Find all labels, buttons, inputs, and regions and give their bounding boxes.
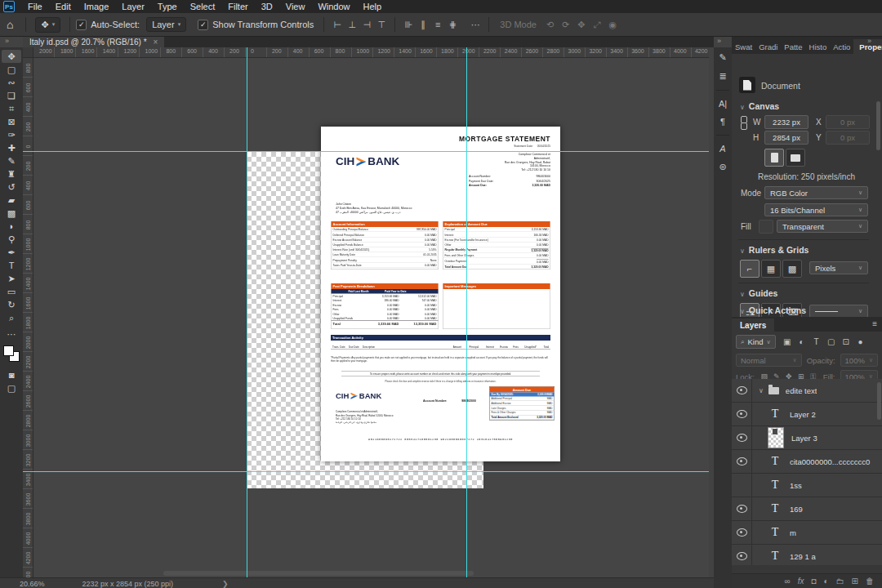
menu-filter[interactable]: Filter [221, 0, 254, 13]
align-top-edges-icon[interactable]: ⊤ [374, 20, 389, 30]
menu-file[interactable]: File [21, 0, 49, 13]
lasso-tool[interactable]: ∾ [2, 76, 21, 89]
path-selection-tool[interactable]: ➤ [2, 272, 21, 285]
width-field[interactable]: 2232 px [764, 115, 808, 129]
eraser-tool[interactable]: ▰ [2, 194, 21, 207]
screen-mode[interactable]: ▢ [2, 381, 21, 394]
menu-window[interactable]: Window [311, 0, 356, 13]
visibility-cell[interactable] [732, 545, 752, 565]
menu-edit[interactable]: Edit [49, 0, 78, 13]
eye-icon[interactable] [737, 434, 747, 442]
ruler-units-dropdown[interactable]: Pixels∨ [809, 261, 868, 274]
layer-mask-icon[interactable]: ◘ [812, 577, 817, 586]
distribute-spacing-icon[interactable]: ⋕ [445, 20, 460, 30]
visibility-cell[interactable] [732, 379, 752, 402]
eye-icon[interactable] [737, 457, 747, 466]
healing-brush-tool[interactable]: ✚ [2, 141, 21, 154]
move-tool[interactable]: ✥ [2, 50, 21, 63]
vertical-guide[interactable] [466, 47, 467, 577]
collapse-panels-icon[interactable]: » [867, 37, 871, 45]
quick-actions-section-header[interactable]: ∨Quick Actions [740, 305, 806, 315]
visibility-cell[interactable] [732, 521, 752, 544]
close-tab-icon[interactable]: × [154, 38, 158, 47]
document-page[interactable]: MORTGAGE STATEMENT Statement Date: 05/04… [321, 127, 560, 461]
chevron-down-icon[interactable]: ∨ [759, 387, 764, 394]
horizontal-guide[interactable] [23, 471, 709, 472]
tool-presets-icon[interactable]: ≣ [715, 71, 731, 82]
layer-row[interactable]: Tm [732, 521, 882, 545]
blur-tool[interactable]: ◗ [2, 220, 21, 233]
toggle-rulers-button[interactable]: ⌐ [740, 260, 760, 278]
tab-gradi[interactable]: Gradi [755, 39, 781, 54]
filter-shape-layers-icon[interactable]: ▢ [826, 337, 837, 346]
distribute-left-edges-icon[interactable]: ⊪ [401, 20, 416, 30]
zoom-level[interactable]: 20.66% [20, 580, 45, 588]
auto-select-target-dropdown[interactable]: Layer ▾ [146, 17, 186, 32]
tab-actio[interactable]: Actio [830, 39, 853, 54]
menu-view[interactable]: View [279, 0, 312, 13]
ruler-origin-corner[interactable] [23, 47, 33, 58]
align-left-edges-icon[interactable]: ⊢ [330, 20, 345, 30]
adjustment-layer-icon[interactable]: ◐ [824, 577, 829, 586]
dodge-tool[interactable]: ⚲ [2, 233, 21, 246]
3d-slide-icon[interactable]: ⤢ [594, 20, 601, 30]
visibility-cell[interactable] [732, 403, 752, 425]
orientation-portrait-button[interactable] [764, 149, 784, 167]
tab-layers[interactable]: Layers [732, 318, 774, 332]
brush-tool[interactable]: ✎ [2, 154, 21, 167]
eye-icon[interactable] [737, 528, 747, 537]
menu-select[interactable]: Select [184, 0, 222, 13]
menu-type[interactable]: Type [151, 0, 184, 13]
menu-image[interactable]: Image [78, 0, 116, 13]
layer-style-icon[interactable]: fx [798, 577, 804, 586]
3d-pan-icon[interactable]: ✥ [577, 20, 585, 30]
vertical-ruler[interactable]: 8006004002000200400600800100012001400160… [23, 57, 33, 577]
layer-row[interactable]: T129 1 a [732, 545, 882, 565]
layer-row[interactable]: Layer 3 [732, 426, 882, 450]
canvas-horizontal-scrollbar[interactable] [163, 571, 474, 576]
properties-scrollbar[interactable] [876, 101, 880, 150]
canvas-section-header[interactable]: ∨Canvas [740, 101, 779, 111]
layer-row[interactable]: ∨edite text [732, 379, 882, 403]
collapse-panel-strip-icon[interactable]: » [717, 37, 720, 45]
eye-icon[interactable] [737, 552, 747, 560]
foreground-color-swatch[interactable] [3, 345, 14, 356]
quick-mask-mode[interactable]: ◙ [2, 368, 21, 381]
new-group-icon[interactable]: 🗀 [836, 577, 844, 586]
gradient-tool[interactable]: ▩ [2, 207, 21, 220]
3d-orbit-icon[interactable]: ⟲ [546, 20, 554, 30]
fill-dropdown[interactable]: Transparent∨ [777, 220, 868, 233]
eye-icon[interactable] [737, 505, 747, 513]
move-tool-preset[interactable]: ✥ ▾ [35, 17, 60, 33]
align-horizontal-centers-icon[interactable]: ⊥ [345, 20, 359, 30]
show-transform-checkbox[interactable]: ✓ [198, 20, 208, 30]
character-panel-icon[interactable]: A| [715, 99, 731, 109]
layers-panel-menu-icon[interactable]: ≡ [867, 316, 882, 332]
layer-filter-kind-dropdown[interactable]: ⌕ Kind ∨ [736, 335, 776, 349]
guides-section-header[interactable]: ∨Guides [740, 288, 777, 298]
distribute-horizontal-centers-icon[interactable]: ∥ [416, 20, 430, 30]
filter-pixel-layers-icon[interactable]: ▣ [782, 337, 793, 346]
object-selection-tool[interactable]: ❏ [2, 89, 21, 102]
layer-row[interactable]: T169 [732, 497, 882, 521]
rotate-view-tool[interactable]: ↻ [2, 298, 21, 311]
filter-adjustment-layers-icon[interactable]: ◐ [796, 337, 808, 346]
layer-row[interactable]: TLayer 2 [732, 403, 882, 426]
height-field[interactable]: 2854 px [764, 131, 808, 145]
frame-tool[interactable]: ⊠ [2, 115, 21, 128]
filter-toggle-icon[interactable]: ● [855, 337, 866, 346]
bit-depth-dropdown[interactable]: 16 Bits/Channel∨ [764, 203, 868, 216]
align-right-edges-icon[interactable]: ⊣ [359, 20, 374, 30]
visibility-cell[interactable] [732, 497, 752, 520]
delete-layer-icon[interactable]: 🗑 [866, 577, 874, 586]
tab-swat[interactable]: Swat [732, 39, 755, 54]
visibility-cell[interactable] [732, 450, 752, 473]
edit-toolbar[interactable]: ⋯ [2, 327, 21, 341]
horizontal-guide[interactable] [23, 151, 709, 152]
fill-swatch[interactable] [759, 220, 773, 234]
toggle-pixel-grid-button[interactable]: ▩ [782, 260, 802, 278]
toggle-grid-button[interactable]: ▦ [761, 260, 781, 278]
link-dimensions-icon[interactable] [741, 116, 747, 129]
color-mode-dropdown[interactable]: RGB Color∨ [764, 186, 868, 199]
orientation-landscape-button[interactable] [786, 149, 805, 167]
